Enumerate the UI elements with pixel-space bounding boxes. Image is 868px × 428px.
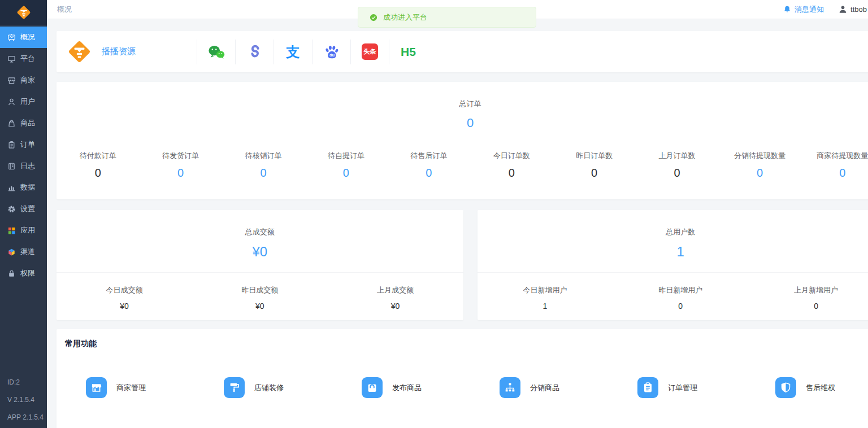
notifications-button[interactable]: 消息通知: [783, 5, 824, 15]
username: ttbob: [850, 5, 867, 14]
sidebar-item-data[interactable]: 数据: [0, 177, 47, 198]
sidebar-item-channels[interactable]: 渠道: [0, 241, 47, 263]
brand-block[interactable]: 播播资源: [67, 39, 197, 64]
stat-pending-aftersale: 待售后订单 0: [388, 151, 470, 180]
sidebar-item-platform[interactable]: 平台: [0, 48, 47, 69]
goods-icon: [7, 119, 16, 128]
quick-functions-title: 常用功能: [57, 339, 868, 349]
sidebar-item-overview[interactable]: 概况: [0, 27, 47, 48]
user-avatar-icon: [839, 5, 847, 14]
new-users-yesterday: 昨日新增用户 0: [613, 285, 748, 311]
sidebar-item-label: 设置: [20, 204, 35, 214]
channel-wechat[interactable]: [197, 40, 235, 64]
channel-toutiao[interactable]: 头条: [350, 40, 389, 64]
stat-orders-today: 今日订单数 0: [470, 151, 553, 180]
sidebar-item-label: 应用: [20, 225, 35, 235]
alipay-icon: 支: [287, 43, 300, 61]
permissions-icon: [7, 269, 16, 278]
bell-icon: [783, 5, 791, 14]
platform-icon: [7, 55, 16, 63]
quick-functions-card: 常用功能 商家管理: [57, 329, 868, 428]
merchant-icon: [7, 76, 16, 85]
paint-roller-icon: [224, 377, 245, 398]
quick-aftersale-rights[interactable]: 售后维权: [746, 377, 868, 398]
stat-pending-shipment: 待发货订单 0: [139, 151, 222, 180]
topbar-right: 消息通知 ttbob: [783, 5, 867, 15]
orders-icon: [7, 141, 16, 149]
total-users-value[interactable]: 1: [478, 244, 868, 260]
sidebar-item-label: 权限: [20, 268, 35, 278]
total-orders-label: 总订单: [57, 99, 868, 109]
sidebar-item-logs[interactable]: 日志: [0, 155, 47, 177]
h5-icon: H5: [401, 45, 416, 59]
channel-alipay[interactable]: 支: [274, 40, 312, 64]
total-sales-value[interactable]: ¥0: [57, 244, 463, 260]
sidebar-menu: 概况 平台 商家: [0, 25, 47, 284]
stat-distributor-withdrawals: 分销待提现数量 0: [718, 151, 801, 180]
user-menu[interactable]: ttbob: [839, 5, 867, 14]
success-check-icon: [370, 14, 377, 21]
sidebar-item-label: 商品: [20, 118, 35, 128]
sidebar-item-label: 平台: [20, 54, 35, 64]
sales-today: 今日成交额 ¥0: [57, 285, 192, 311]
new-users-lastmonth: 上月新增用户 0: [748, 285, 868, 311]
sidebar-item-label: 概况: [20, 32, 35, 42]
store-icon: [86, 377, 107, 398]
sidebar-item-merchant[interactable]: 商家: [0, 69, 47, 91]
total-sales-label: 总成交额: [57, 227, 463, 237]
channel-miniprogram[interactable]: [235, 40, 274, 64]
channels-card: 播播资源 支: [57, 31, 868, 72]
logs-icon: [7, 162, 16, 171]
shopping-bag-icon: [362, 377, 383, 398]
sidebar-item-goods[interactable]: 商品: [0, 112, 47, 134]
users-icon: [7, 98, 16, 106]
sidebar-item-label: 数据: [20, 182, 35, 193]
quick-distribute-goods[interactable]: 分销商品: [470, 377, 608, 398]
sidebar-item-users[interactable]: 用户: [0, 91, 47, 112]
new-users-today: 今日新增用户 1: [478, 285, 613, 311]
stat-pending-payment: 待付款订单 0: [57, 151, 139, 180]
channels-icon: [7, 248, 16, 256]
aftersale-shield-icon: [775, 377, 796, 398]
sidebar-item-label: 日志: [20, 161, 35, 171]
version: V 2.1.5.4: [7, 396, 47, 404]
app-version: APP 2.1.5.4: [7, 413, 47, 421]
sidebar-item-label: 用户: [20, 97, 35, 107]
sidebar-item-permissions[interactable]: 权限: [0, 263, 47, 284]
quick-order-manage[interactable]: 订单管理: [608, 377, 746, 398]
quick-publish-goods[interactable]: 发布商品: [332, 377, 470, 398]
apps-icon: [7, 226, 16, 235]
quick-merchant-manage[interactable]: 商家管理: [57, 377, 194, 398]
dashboard-icon: [7, 33, 16, 42]
brand-name: 播播资源: [102, 46, 136, 57]
success-toast: 成功进入平台: [358, 7, 536, 28]
channel-h5[interactable]: H5: [389, 40, 427, 64]
stat-orders-lastmonth: 上月订单数 0: [636, 151, 718, 180]
notifications-label: 消息通知: [795, 5, 824, 15]
total-users-label: 总用户数: [478, 227, 868, 237]
wechat-icon: [208, 45, 225, 59]
sidebar-item-label: 订单: [20, 139, 35, 150]
distribution-icon: [500, 377, 520, 398]
sidebar-item-settings[interactable]: 设置: [0, 198, 47, 220]
order-manage-icon: [637, 377, 658, 398]
quick-shop-decorate[interactable]: 店铺装修: [194, 377, 332, 398]
channel-baidu[interactable]: du: [312, 40, 350, 64]
total-orders-value[interactable]: 0: [57, 116, 868, 130]
orders-summary-card: 总订单 0 待付款订单 0 待发货订单 0 待核销订单 0 待自提订单: [57, 82, 868, 199]
sales-card: 总成交额 ¥0 今日成交额 ¥0 昨日成交额 ¥0 上月成交额 ¥0: [57, 210, 463, 320]
app-logo: [0, 0, 47, 25]
site-id: ID:2: [7, 378, 47, 386]
sidebar-item-label: 商家: [20, 75, 35, 85]
sidebar-item-label: 渠道: [20, 247, 35, 257]
stat-merchant-withdrawals: 商家待提现数量 0: [801, 151, 868, 180]
users-card: 总用户数 1 今日新增用户 1 昨日新增用户 0 上月新增用户 0: [478, 210, 868, 320]
toast-message: 成功进入平台: [383, 12, 427, 23]
sales-yesterday: 昨日成交额 ¥0: [192, 285, 328, 311]
miniprogram-icon: [246, 43, 263, 60]
baidu-du-text: du: [329, 53, 335, 58]
sidebar-item-apps[interactable]: 应用: [0, 220, 47, 241]
sidebar: 概况 平台 商家: [0, 0, 47, 428]
sidebar-item-orders[interactable]: 订单: [0, 134, 47, 155]
sales-lastmonth: 上月成交额 ¥0: [328, 285, 463, 311]
